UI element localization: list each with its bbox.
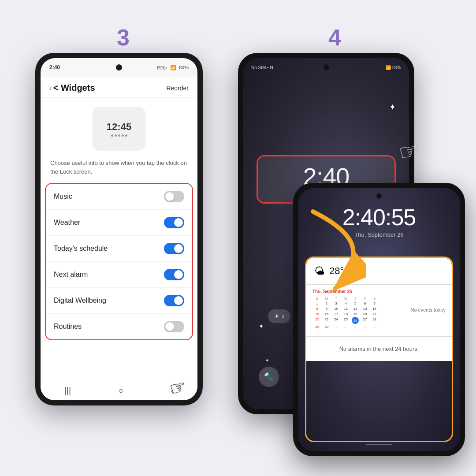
cal-day-5: 5	[351, 301, 360, 306]
brightness-label: 3	[282, 314, 284, 319]
cal-day-13: 13	[361, 306, 370, 311]
step-3-label: 3	[117, 24, 130, 51]
toggle-label-weather: Weather	[54, 219, 80, 227]
reorder-button[interactable]: Reorder	[166, 85, 189, 92]
cal-day-2b: 2	[341, 324, 350, 329]
bottom-bar	[366, 444, 392, 445]
toggle-item-schedule[interactable]: Today's schedule	[46, 236, 192, 262]
cal-day-21: 21	[370, 312, 379, 316]
cal-day-22: 22	[312, 317, 322, 324]
phone-left: 2:40 ⊟⊡▷ 📶 80% ‹ < Widgets Reorder 12:45	[35, 53, 203, 405]
toggle-list: Music Weather Today's schedule	[45, 183, 193, 340]
no-events-label: No events today	[411, 307, 446, 312]
sparkle-icon-2: ✦	[259, 323, 264, 330]
toggle-switch-schedule[interactable]	[164, 243, 184, 254]
cal-day-30: 30	[322, 324, 331, 329]
dot-3	[118, 134, 120, 137]
status-icons-left: ⊟⊡▷	[157, 65, 167, 70]
camera-notch-right-back	[324, 64, 329, 70]
cal-day-5b: 5	[370, 324, 379, 329]
nav-back-icon[interactable]: |||	[64, 386, 71, 396]
cal-day-16: 16	[322, 312, 331, 316]
sun-icon: ☀	[274, 313, 279, 320]
preview-time: 12:45	[107, 121, 131, 133]
step-4-label: 4	[328, 24, 341, 51]
alarm-text: No alarms in the next 24 hours.	[339, 346, 419, 352]
cal-day-17: 17	[331, 312, 341, 316]
toggle-knob-routines	[165, 322, 174, 331]
cal-day-28: 28	[370, 317, 379, 324]
cal-day-14: 14	[370, 306, 379, 311]
cal-day-10: 10	[331, 306, 341, 311]
instructions-text: Choose useful info to show when you tap …	[41, 159, 197, 183]
dot-1	[111, 134, 113, 137]
back-button[interactable]: ‹ < Widgets	[49, 83, 95, 93]
cal-day-25: 25	[341, 317, 350, 324]
back-chevron-icon: ‹	[49, 85, 52, 92]
cal-day-8: 8	[312, 306, 322, 311]
cal-day-3b: 3	[351, 324, 360, 329]
cal-day-7: 7	[370, 301, 379, 306]
toggle-item-wellbeing[interactable]: Digital Wellbeing	[46, 288, 192, 314]
cal-day-6: 6	[361, 301, 370, 306]
toggle-switch-wellbeing[interactable]	[164, 295, 184, 306]
cal-day-12: 12	[351, 306, 360, 311]
cal-day-11: 11	[341, 306, 350, 311]
cal-day-s2: S	[370, 297, 379, 301]
cal-day-29: 29	[312, 324, 322, 329]
cal-day-9: 9	[322, 306, 331, 311]
camera-notch-left	[116, 64, 122, 71]
dot-2	[115, 134, 117, 137]
clock-preview-widget: 12:45	[93, 107, 145, 151]
toggle-label-wellbeing: Digital Wellbeing	[54, 297, 106, 305]
calendar-grid: S M T W T F S 1 2 3 4 5	[312, 297, 379, 329]
toggle-item-alarm[interactable]: Next alarm	[46, 262, 192, 288]
cal-day-19: 19	[351, 312, 360, 316]
battery-right: 80%	[392, 65, 401, 70]
cal-day-27: 27	[361, 317, 370, 324]
battery-left: 80%	[179, 65, 189, 70]
cal-day-24: 24	[331, 317, 341, 324]
toggle-label-music: Music	[54, 193, 72, 201]
camera-notch-right-front	[376, 193, 382, 199]
toggle-switch-alarm[interactable]	[164, 269, 184, 280]
sparkle-icon: ✦	[389, 102, 396, 112]
cal-day-3: 3	[331, 301, 341, 306]
wifi-signal-left: 📶	[170, 65, 176, 71]
dot-4	[122, 134, 124, 137]
toggle-label-alarm: Next alarm	[54, 271, 88, 279]
dot-5	[125, 134, 127, 137]
nav-home-icon[interactable]: ○	[118, 386, 123, 396]
flashlight-icon: 🔦	[264, 372, 274, 382]
yellow-arrow	[278, 203, 366, 300]
toggle-knob-weather	[174, 218, 183, 227]
flashlight-button[interactable]: 🔦	[259, 367, 279, 387]
cal-day-18: 18	[341, 312, 350, 316]
cal-day-1b: 1	[331, 324, 341, 329]
toggle-label-routines: Routines	[54, 323, 82, 331]
toggle-knob-schedule	[174, 244, 183, 253]
cal-day-23: 23	[322, 317, 331, 324]
bottom-nav-front	[298, 438, 460, 451]
toggle-knob-wellbeing	[174, 296, 183, 305]
no-sim-label: No SIM • N	[251, 65, 273, 70]
alarm-card: No alarms in the next 24 hours.	[306, 337, 452, 361]
toggle-switch-weather[interactable]	[164, 217, 184, 228]
cal-day-26-today: 26	[352, 317, 359, 324]
widgets-title: < Widgets	[53, 83, 95, 93]
toggle-knob-alarm	[174, 270, 183, 279]
toggle-switch-music[interactable]	[164, 191, 184, 202]
toggle-item-music[interactable]: Music	[46, 184, 192, 210]
brightness-widget[interactable]: ☀ 3	[268, 309, 290, 323]
toggle-item-weather[interactable]: Weather	[46, 210, 192, 236]
cal-day-4b: 4	[361, 324, 370, 329]
wifi-icon-right: 📶	[386, 65, 391, 70]
cal-day-1: 1	[312, 301, 322, 306]
cal-day-2: 2	[322, 301, 331, 306]
status-time-left: 2:40	[49, 64, 60, 71]
toggle-knob-music	[165, 192, 174, 201]
cal-day-4: 4	[341, 301, 350, 306]
cal-day-20: 20	[361, 312, 370, 316]
toggle-switch-routines[interactable]	[164, 321, 184, 332]
toggle-item-routines[interactable]: Routines	[46, 314, 192, 339]
